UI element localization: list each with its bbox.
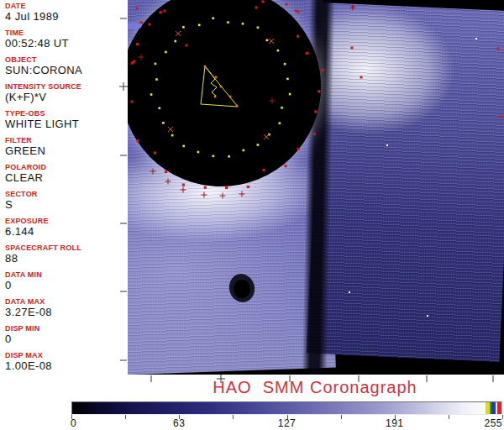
metadata-field-value: GREEN [5, 144, 128, 157]
metadata-field-value: 0 [5, 333, 128, 345]
metadata-field-value: 4 Jul 1989 [5, 10, 128, 23]
metadata-field-label: DISP MIN [5, 324, 128, 333]
metadata-field: POLAROID CLEAR [5, 163, 128, 184]
metadata-field-value: 0 [5, 279, 128, 291]
metadata-field: OBJECT SUN:CORONA [5, 55, 128, 76]
metadata-field-value: (K+F)*V [5, 91, 128, 103]
image-title: HAO SMM Coronagraph [128, 377, 502, 397]
metadata-field-value: 6.144 [5, 225, 128, 238]
metadata-field-label: POLAROID [5, 163, 128, 171]
coronagraph-display[interactable] [128, 0, 504, 375]
metadata-field-value: 1.00E-08 [5, 359, 128, 372]
metadata-field-label: FILTER [5, 136, 128, 144]
metadata-field: SECTOR S [5, 190, 128, 211]
colorbar-labels: 063127191255 [71, 418, 502, 429]
metadata-field: DATE 4 Jul 1989 [5, 2, 128, 23]
colorbar-tick [502, 415, 503, 419]
metadata-field-label: DATA MIN [5, 270, 128, 279]
metadata-panel: DATE 4 Jul 1989 TIME 00:52:48 UT OBJECT … [0, 0, 128, 375]
metadata-field-label: DISP MAX [5, 351, 128, 359]
fiducial-overlay [128, 0, 504, 375]
colorbar-tick-label: 127 [278, 418, 297, 429]
metadata-field-value: WHITE LIGHT [5, 118, 128, 130]
metadata-field-value: S [5, 198, 128, 211]
metadata-field: EXPOSURE 6.144 [5, 217, 128, 238]
metadata-field-label: DATE [5, 2, 128, 10]
metadata-field-label: DATA MAX [5, 297, 128, 306]
metadata-field-label: TIME [5, 29, 128, 37]
metadata-field: INTENSITY SOURCE (K+F)*V [5, 82, 128, 103]
metadata-field: TYPE-OBS WHITE LIGHT [5, 109, 128, 130]
metadata-field-label: OBJECT [5, 55, 128, 64]
metadata-field-label: EXPOSURE [5, 217, 128, 225]
metadata-field-value: 88 [5, 252, 128, 265]
metadata-field: DATA MAX 3.27E-08 [5, 297, 128, 318]
metadata-field-value: SUN:CORONA [5, 64, 128, 76]
colorbar-tick-label: 63 [173, 418, 185, 429]
colorbar-gradient [71, 401, 502, 415]
metadata-field-label: TYPE-OBS [5, 109, 128, 118]
metadata-field: FILTER GREEN [5, 136, 128, 157]
metadata-field: DISP MAX 1.00E-08 [5, 351, 128, 372]
metadata-field-value: CLEAR [5, 171, 128, 184]
metadata-field: TIME 00:52:48 UT [5, 29, 128, 50]
colorbar-tick-label: 191 [386, 418, 404, 429]
metadata-field: DATA MIN 0 [5, 270, 128, 291]
metadata-field-value: 00:52:48 UT [5, 37, 128, 50]
metadata-field-label: SPACECRAFT ROLL [5, 244, 128, 252]
metadata-field: DISP MIN 0 [5, 324, 128, 345]
metadata-field-label: SECTOR [5, 190, 128, 198]
colorbar: 063127191255 [71, 401, 502, 429]
metadata-field-value: 3.27E-08 [5, 306, 128, 318]
colorbar-tick-label: 255 [484, 418, 502, 429]
metadata-field: SPACECRAFT ROLL 88 [5, 244, 128, 265]
metadata-field-label: INTENSITY SOURCE [5, 82, 128, 91]
colorbar-tick-label: 0 [71, 418, 76, 429]
